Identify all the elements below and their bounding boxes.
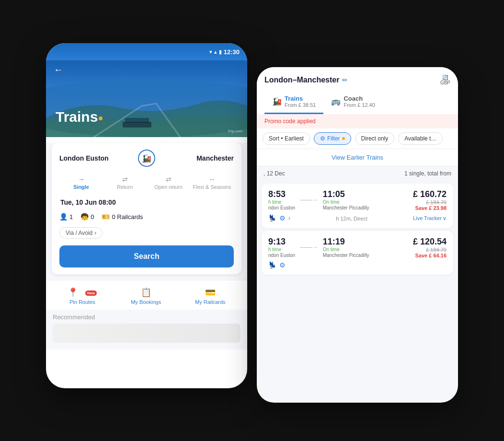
bookings-label: My Bookings [131, 299, 161, 305]
edit-icon[interactable]: ✏ [342, 76, 348, 84]
train-result-2[interactable]: 9:13 h time ndon Euston ───→ 11:19 On ti… [262, 231, 453, 275]
phone-results: London–Manchester ✏ 🔄 GBP 🚂 Trains From … [257, 67, 458, 403]
direct-label: Direct only [361, 135, 389, 142]
open-return-icon: ⇄ [166, 175, 172, 183]
tab-trains[interactable]: 🚂 Trains From £ 38.51 [264, 90, 323, 114]
adult-icon: 👤 [59, 213, 68, 220]
train-icon: 🚂 [272, 97, 282, 106]
results-date: , 12 Dec [263, 170, 285, 177]
single-icon: → [78, 175, 85, 183]
tab-open-return[interactable]: ⇄ Open return [147, 174, 190, 192]
ticket-type-tabs: → Single ⇄ Return ⇄ Open return ↔ Flexi … [59, 174, 234, 192]
live-tracker[interactable]: Live Tracker ∨ [413, 215, 447, 221]
journey-arrow-2: ───→ [300, 244, 318, 251]
tab-return-label: Return [117, 184, 133, 190]
hero-section: ← Trains Trip.com [46, 60, 247, 137]
nav-pin-routes[interactable]: 📍 New Pin Routes [68, 287, 97, 305]
coach-tab-price: From £ 12.40 [344, 102, 375, 108]
train-meta-left: 💺 ⚙ › [268, 214, 290, 222]
back-button[interactable]: ← [54, 64, 63, 75]
info-icon: ⚙ [279, 214, 286, 222]
train-card-top: 8:53 h time ndon Euston ───→ 11:05 On ti… [268, 189, 447, 211]
seat-icon: 💺 [268, 214, 276, 222]
railcards-icon: 💳 [205, 287, 216, 298]
return-icon: ⇄ [122, 175, 128, 183]
trains-tab-label: Trains [285, 95, 316, 102]
signal-icon: ▴ [214, 49, 217, 55]
adults-count[interactable]: 👤 1 [59, 213, 73, 220]
arrive-time-2: 11:19 [323, 237, 369, 247]
trains-tab-price: From £ 38.51 [285, 102, 316, 108]
search-button[interactable]: Search [59, 245, 234, 267]
results-date-header: , 12 Dec 1 single, total from [257, 166, 458, 181]
info-icon-2: ⚙ [279, 261, 286, 269]
depart-status: h time [268, 199, 295, 205]
train-card-top-2: 9:13 h time ndon Euston ───→ 11:19 On ti… [268, 237, 447, 258]
train-journey-info-2: 9:13 h time ndon Euston ───→ 11:19 On ti… [268, 237, 369, 258]
filter-sort[interactable]: Sort • Earliest [263, 132, 310, 145]
depart-time-2: 9:13 [268, 237, 295, 247]
tab-coach[interactable]: 🚌 Coach From £ 12.40 [323, 90, 382, 114]
via-avoid-button[interactable]: Via / Avoid › [59, 227, 103, 239]
train-card-bottom-2: 💺 ⚙ [268, 261, 447, 269]
hero-title-dot [99, 116, 103, 120]
expand-icon[interactable]: › [288, 215, 290, 221]
new-badge: New [85, 290, 97, 296]
trains-tab-text: Trains From £ 38.51 [285, 95, 316, 108]
railcard-icon: 🎫 [102, 213, 110, 220]
travel-date[interactable]: Tue, 10 Jun 08:00 [59, 198, 234, 206]
ticket-price: £ 160.72 [413, 189, 447, 199]
battery-icon: ▮ [219, 49, 222, 55]
railcards-count[interactable]: 🎫 0 Railcards [102, 213, 143, 220]
pin-routes-icon: 📍 [68, 288, 78, 297]
tab-open-return-label: Open return [154, 184, 183, 190]
destination-station[interactable]: Manchester [160, 154, 234, 162]
origin-station[interactable]: London Euston [59, 154, 133, 162]
nav-my-bookings[interactable]: 📋 My Bookings [131, 287, 161, 305]
depart-block-2: 9:13 h time ndon Euston [268, 237, 295, 258]
passengers-row: 👤 1 🧒 0 🎫 0 Railcards [59, 213, 234, 220]
price-block: £ 160.72 £ 184.70 Save £ 23.98 [413, 189, 447, 211]
filter-filter[interactable]: ⚙ Filter [314, 132, 351, 145]
nav-my-railcards[interactable]: 💳 My Railcards [195, 287, 226, 305]
arrive-time: 11:05 [323, 189, 369, 199]
via-avoid-label: Via / Avoid [66, 230, 92, 236]
tab-flexi[interactable]: ↔ Flexi & Seasons [190, 174, 234, 192]
save-label: Save £ 23.98 [413, 205, 447, 211]
tab-single[interactable]: → Single [59, 174, 103, 192]
currency-selector[interactable]: 🔄 GBP [440, 75, 450, 85]
coach-icon: 🚌 [331, 97, 341, 106]
filter-available[interactable]: Available t… [398, 132, 443, 145]
view-earlier-button[interactable]: View Earlier Trains [257, 149, 458, 166]
route-title: London–Manchester [264, 76, 339, 84]
depart-station-2: ndon Euston [268, 253, 295, 258]
tab-return[interactable]: ⇄ Return [103, 174, 147, 192]
filter-icon: ⚙ [320, 135, 325, 142]
depart-status-2: h time [268, 247, 295, 252]
train-card-bottom: 💺 ⚙ › h 12m, Direct Live Tracker ∨ [268, 214, 447, 222]
filter-direct[interactable]: Direct only [355, 132, 395, 145]
swap-icon[interactable]: 🚂 [138, 150, 155, 167]
search-form: London Euston 🚂 Manchester → Single ⇄ Re… [46, 143, 247, 349]
promo-banner: Promo code applied [257, 114, 458, 128]
seat-icon-2: 💺 [268, 261, 276, 269]
train-meta-right: h 12m, Direct [336, 214, 367, 222]
duration-label: h 12m, Direct [336, 216, 367, 221]
original-price-2: £ 184.70 [413, 247, 447, 253]
children-count[interactable]: 🧒 0 [80, 213, 94, 220]
train-result-1[interactable]: 8:53 h time ndon Euston ───→ 11:05 On ti… [262, 184, 453, 228]
train-times-2: 9:13 h time ndon Euston ───→ 11:19 On ti… [268, 237, 369, 258]
price-block-2: £ 120.54 £ 184.70 Save £ 64.16 [413, 237, 447, 258]
recommended-label: Recommended [53, 313, 241, 321]
tab-single-label: Single [73, 184, 89, 190]
header-top: London–Manchester ✏ 🔄 GBP [264, 75, 450, 85]
railcards-value: 0 Railcards [112, 213, 143, 220]
bottom-nav: 📍 New Pin Routes 📋 My Bookings 💳 My Rail… [46, 280, 247, 310]
route-card: London Euston 🚂 Manchester → Single ⇄ Re… [52, 143, 241, 274]
depart-time: 8:53 [268, 189, 295, 199]
ticket-price-2: £ 120.54 [413, 237, 447, 247]
original-price: £ 184.70 [413, 199, 447, 205]
depart-station: ndon Euston [268, 205, 295, 210]
phone-search: ▾ ▴ ▮ 12:30 [46, 43, 247, 388]
filter-bar: Sort • Earliest ⚙ Filter Direct only Ava… [257, 128, 458, 149]
